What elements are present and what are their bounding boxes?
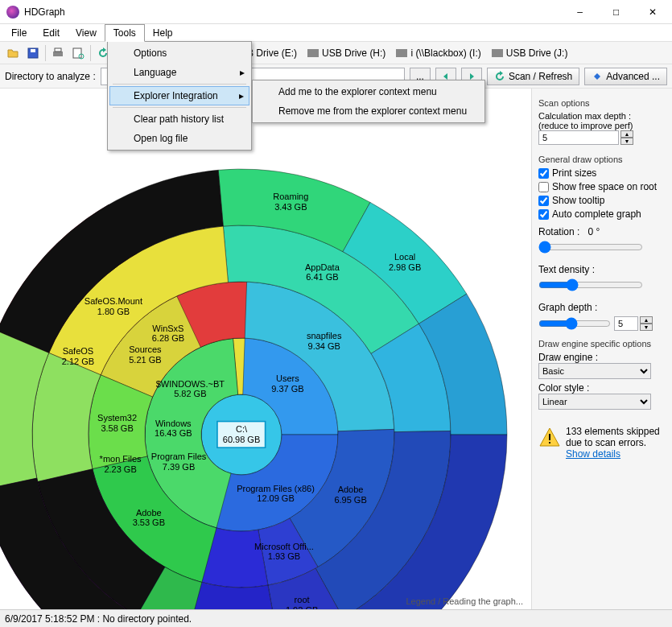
checkbox-label: Print sizes	[552, 167, 596, 179]
engine-label: Draw engine :	[538, 352, 666, 363]
submenu-arrow-icon: ▸	[239, 90, 244, 101]
graph-depth-up[interactable]: ▲	[640, 316, 653, 324]
show-free-input[interactable]	[538, 182, 549, 192]
segment-label: Microsoft Offi...1.93 GB	[254, 542, 314, 562]
segment-label: WinSxS6.28 GB	[152, 324, 184, 344]
rotation-value: 0 °	[587, 226, 600, 237]
segment-label: Adobe6.95 GB	[334, 485, 366, 505]
segment-label: Program Files7.39 GB	[151, 452, 206, 472]
svg-rect-3	[55, 48, 61, 52]
svg-rect-1	[31, 49, 35, 52]
menu-tools[interactable]: Tools	[105, 24, 145, 42]
graph-depth-slider[interactable]	[538, 317, 611, 330]
toolbar-separator	[45, 45, 46, 61]
print-icon[interactable]	[48, 43, 68, 63]
drive-label: USB Drive (J:)	[506, 47, 568, 59]
tools-language[interactable]: Language▸	[109, 63, 249, 82]
drive-icon	[492, 49, 503, 57]
graph-depth-input[interactable]	[614, 316, 638, 331]
menu-separator	[113, 84, 246, 85]
calc-depth-up[interactable]: ▲	[620, 130, 633, 138]
graph-area[interactable]: Users9.37 GBProgram Files (x86)12.09 GBP…	[0, 89, 531, 609]
center-label: C:\60.98 GB	[216, 420, 266, 448]
minimize-button[interactable]: –	[562, 0, 598, 24]
text-density-slider[interactable]	[538, 278, 643, 291]
svg-rect-9	[549, 434, 550, 440]
save-icon[interactable]	[23, 43, 43, 63]
segment-label: Program Files (x86)12.09 GB	[237, 484, 315, 504]
menu-help[interactable]: Help	[145, 25, 181, 41]
graph-depth-label: Graph depth :	[538, 302, 666, 313]
show-tooltip-input[interactable]	[538, 196, 549, 206]
segment-label: Users9.37 GB	[271, 374, 303, 394]
color-style-label: Color style :	[538, 382, 666, 394]
auto-complete-input[interactable]	[538, 209, 549, 220]
show-free-checkbox[interactable]: Show free space on root	[538, 181, 666, 192]
menu-edit[interactable]: Edit	[35, 25, 68, 41]
checkbox-label: Auto complete graph	[552, 208, 641, 220]
warning-icon	[538, 426, 561, 448]
segment-label: Windows16.43 GB	[155, 419, 192, 439]
drive-icon	[307, 49, 319, 57]
main-content: Users9.37 GBProgram Files (x86)12.09 GBP…	[0, 89, 672, 609]
drive-label: USB Drive (H:)	[322, 47, 385, 59]
segment-label: root1.92 GB	[286, 595, 318, 609]
menu-view[interactable]: View	[68, 25, 105, 41]
submenu-remove-context[interactable]: Remove me from the explorer context menu	[254, 101, 483, 121]
menu-label: Language	[134, 67, 176, 78]
drive-icon	[396, 49, 407, 57]
print-preview-icon[interactable]	[68, 43, 88, 63]
calc-depth-input[interactable]	[538, 130, 619, 145]
svg-rect-10	[549, 442, 550, 443]
scan-refresh-button[interactable]: Scan / Refresh	[487, 68, 579, 85]
engine-options-title: Draw engine specific options	[538, 339, 666, 349]
app-title: HDGraph	[24, 6, 562, 18]
maximize-button[interactable]: □	[598, 0, 634, 24]
toolbar: System (C:) USB Drive (E:) USB Drive (H:…	[0, 42, 672, 64]
graph-depth-down[interactable]: ▼	[640, 324, 653, 331]
drive-label: i (\\Blackbox) (I:)	[410, 47, 480, 59]
app-icon	[6, 6, 19, 19]
color-style-select[interactable]: Linear	[538, 394, 651, 410]
submenu-add-context[interactable]: Add me to the explorer context menu	[254, 82, 483, 101]
print-sizes-checkbox[interactable]: Print sizes	[538, 167, 666, 179]
menu-file[interactable]: File	[3, 25, 35, 41]
legend-link[interactable]: Legend / Reading the graph...	[406, 596, 523, 606]
scan-options-title: Scan options	[538, 98, 666, 108]
segment-label: Local2.98 GB	[389, 252, 421, 272]
engine-select[interactable]: Basic	[538, 363, 651, 379]
calc-depth-down[interactable]: ▼	[620, 138, 633, 145]
segment-label: $WINDOWS.~BT5.82 GB	[156, 379, 225, 399]
auto-complete-checkbox[interactable]: Auto complete graph	[538, 208, 666, 220]
close-button[interactable]: ✕	[634, 0, 670, 24]
text-density-label: Text density :	[538, 264, 666, 275]
svg-rect-2	[53, 52, 63, 56]
submenu-arrow-icon: ▸	[240, 67, 245, 78]
status-text: 6/9/2017 5:18:52 PM : No directory point…	[5, 613, 192, 625]
segment-label: Adobe3.53 GB	[133, 508, 165, 528]
advanced-button[interactable]: Advanced ...	[584, 68, 667, 85]
rotation-slider[interactable]	[538, 241, 643, 254]
print-sizes-input[interactable]	[538, 168, 549, 179]
scan-label: Scan / Refresh	[509, 71, 572, 82]
drive-h[interactable]: USB Drive (H:)	[303, 46, 390, 60]
tools-options[interactable]: Options	[109, 43, 249, 63]
warning-box: 133 elements skipped due to scan errors.…	[538, 426, 666, 460]
draw-options-title: General draw options	[538, 155, 666, 164]
drive-j[interactable]: USB Drive (J:)	[487, 46, 573, 60]
menu-separator	[113, 107, 246, 108]
drive-i[interactable]: i (\\Blackbox) (I:)	[391, 46, 485, 60]
explorer-integration-submenu: Add me to the explorer context menu Remo…	[252, 80, 485, 123]
title-bar: HDGraph – □ ✕	[0, 0, 672, 24]
warning-text: 133 elements skipped due to scan errors.	[566, 426, 660, 448]
show-details-link[interactable]: Show details	[566, 448, 620, 460]
menu-label: Explorer Integration	[134, 90, 218, 101]
tools-open-log[interactable]: Open log file	[109, 129, 249, 148]
show-tooltip-checkbox[interactable]: Show tooltip	[538, 195, 666, 206]
tools-explorer-integration[interactable]: Explorer Integration▸	[109, 86, 249, 105]
advanced-label: Advanced ...	[606, 71, 660, 82]
tools-clear-path[interactable]: Clear path history list	[109, 109, 249, 129]
segment-label: Roaming3.43 GB	[273, 192, 308, 212]
open-icon[interactable]	[3, 43, 23, 63]
menu-bar: File Edit View Tools Help	[0, 24, 672, 42]
